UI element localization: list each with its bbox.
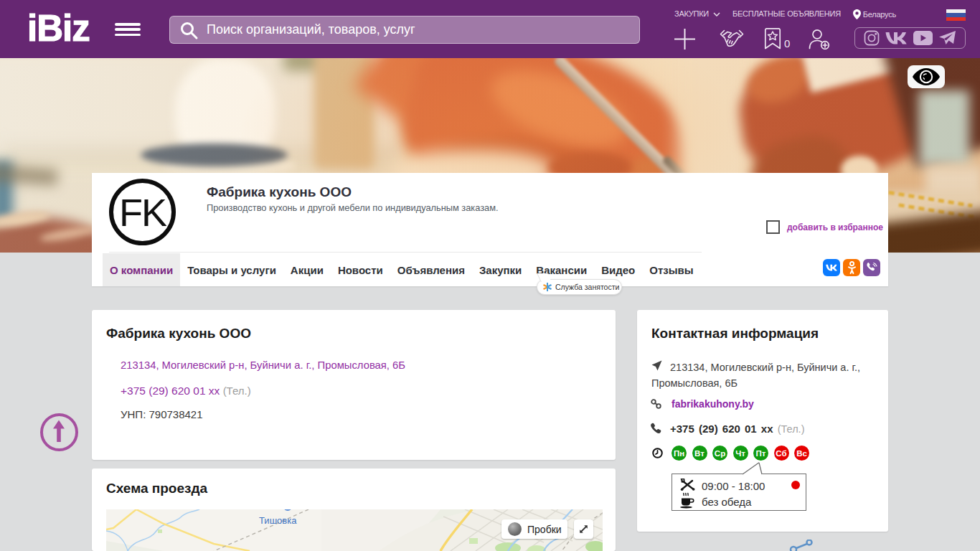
svg-text:Тишовка: Тишовка <box>259 515 297 526</box>
svg-text:0: 0 <box>784 37 790 50</box>
